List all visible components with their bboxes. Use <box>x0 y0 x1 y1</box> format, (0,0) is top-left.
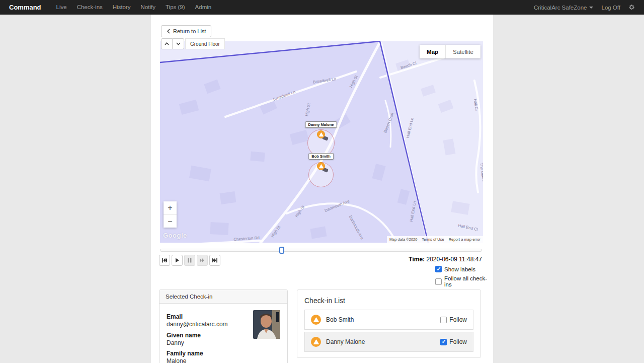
checkin-field: Emaildanny@criticalarc.com <box>167 313 248 329</box>
show-labels-checkbox[interactable] <box>435 266 442 272</box>
pause-button <box>184 255 195 266</box>
checkin-user-icon <box>311 315 321 325</box>
fast-forward-icon <box>199 257 205 263</box>
follow-label: Follow <box>449 338 467 345</box>
option-label: Show labels <box>444 266 475 272</box>
nav-item-history[interactable]: History <box>108 0 136 15</box>
checkin-list-rows: Bob SmithFollowDanny MaloneFollow <box>304 310 473 352</box>
marker-name-label: Bob Smith <box>308 153 334 160</box>
map-attribution: Map data ©2020 Terms of Use Report a map… <box>387 236 483 243</box>
playback-controls <box>159 255 220 266</box>
time-display: Time: 2020-06-09 11:48:47 <box>409 256 482 263</box>
follow-control: Follow <box>440 338 467 345</box>
checkin-list-row[interactable]: Danny MaloneFollow <box>304 332 473 352</box>
google-logo: Google <box>163 232 187 239</box>
navbar-right: CriticalArc SafeZone Log Off <box>534 4 635 11</box>
skip-to-end-button[interactable] <box>209 255 220 266</box>
checkin-name: Danny Malone <box>326 338 365 345</box>
gear-icon[interactable] <box>628 4 635 11</box>
floor-selector: Ground Floor <box>161 38 225 49</box>
chevron-up-icon <box>165 42 169 45</box>
follow-control: Follow <box>440 316 467 323</box>
zoom-out-button[interactable]: − <box>164 214 177 228</box>
checkin-field: Family nameMalone <box>167 350 248 363</box>
navbar-menu: LiveCheck-insHistoryNotifyTips (9)Admin <box>51 0 217 15</box>
map-type-map-button[interactable]: Map <box>420 45 445 58</box>
field-value: Danny <box>167 339 248 347</box>
follow-checkbox[interactable] <box>440 339 447 345</box>
checkin-field: Given nameDanny <box>167 332 248 347</box>
selected-checkin-body: Emaildanny@criticalarc.comGiven nameDann… <box>159 304 287 363</box>
checkin-pin-icon[interactable] <box>317 162 325 170</box>
checkin-name: Bob Smith <box>326 316 354 323</box>
checkin-user-icon <box>311 337 321 347</box>
time-label: Time: <box>409 256 425 263</box>
map-view[interactable]: Broadwell LnBroadwell LnHigh StHigh StBe… <box>160 41 483 243</box>
timeline-slider[interactable] <box>160 249 482 252</box>
terms-of-use-link[interactable]: Terms of Use <box>422 237 444 242</box>
nav-item-check-ins[interactable]: Check-ins <box>72 0 108 15</box>
option-follow-all-check-ins: Follow all check-ins <box>435 275 493 287</box>
option-show-labels: Show labels <box>435 266 493 272</box>
profile-photo <box>253 310 280 339</box>
skip-to-start-button[interactable] <box>159 255 170 266</box>
map-options: Show labelsFollow all check-ins <box>435 266 493 291</box>
marker-layer: Danny MaloneBob Smith <box>160 41 483 243</box>
map-type-satellite-button[interactable]: Satellite <box>445 45 480 58</box>
field-label: Family name <box>167 350 248 357</box>
follow-checkbox[interactable] <box>440 317 447 323</box>
chevron-down-icon <box>589 7 593 9</box>
follow-all-check-ins-checkbox[interactable] <box>435 278 442 285</box>
nav-item-live[interactable]: Live <box>51 0 72 15</box>
field-value: Malone <box>167 357 248 363</box>
checkin-pin-icon[interactable] <box>317 130 325 138</box>
time-value: 2020-06-09 11:48:47 <box>426 256 482 263</box>
checkin-list-row[interactable]: Bob SmithFollow <box>304 310 473 330</box>
return-to-list-button[interactable]: Return to List <box>161 25 211 37</box>
timeline-slider-handle[interactable] <box>279 247 284 254</box>
nav-item-admin[interactable]: Admin <box>190 0 217 15</box>
skip-to-end-icon <box>212 257 218 263</box>
main-content: Return to List Ground Floor <box>151 15 493 363</box>
fast-forward-button <box>197 255 208 266</box>
checkin-list-panel: Check-in List Bob SmithFollowDanny Malon… <box>297 289 481 358</box>
map-data-credit: Map data ©2020 <box>389 237 418 242</box>
app-brand[interactable]: Command <box>9 4 41 11</box>
field-value: danny@criticalarc.com <box>167 321 248 329</box>
play-icon <box>174 257 180 263</box>
chevron-left-icon <box>167 29 170 34</box>
pause-icon <box>187 257 193 263</box>
nav-item-notify[interactable]: Notify <box>136 0 160 15</box>
play-button[interactable] <box>172 255 183 266</box>
field-label: Given name <box>167 332 248 339</box>
floor-down-button[interactable] <box>173 38 184 49</box>
top-navbar: Command LiveCheck-insHistoryNotifyTips (… <box>0 0 644 15</box>
marker-name-label: Danny Malone <box>305 121 337 128</box>
map-zoom-control: + − <box>164 201 177 228</box>
floor-name-label: Ground Floor <box>185 38 225 49</box>
nav-item-tips[interactable]: Tips (9) <box>160 0 190 15</box>
report-map-error-link[interactable]: Report a map error <box>449 237 480 242</box>
field-label: Email <box>167 313 248 321</box>
follow-label: Follow <box>449 316 467 323</box>
floor-up-button[interactable] <box>161 38 173 49</box>
chevron-down-icon <box>176 42 181 45</box>
skip-to-start-icon <box>162 257 168 263</box>
selected-checkin-title: Selected Check-in <box>159 290 287 304</box>
org-menu[interactable]: CriticalArc SafeZone <box>534 5 593 11</box>
log-off-button[interactable]: Log Off <box>601 5 620 11</box>
zoom-in-button[interactable]: + <box>164 201 177 214</box>
selected-checkin-panel: Selected Check-in Emaildanny@criticalarc… <box>159 289 288 363</box>
checkin-list-title: Check-in List <box>304 297 473 305</box>
map-type-control: Map Satellite <box>420 45 480 58</box>
option-label: Follow all check-ins <box>444 275 493 287</box>
